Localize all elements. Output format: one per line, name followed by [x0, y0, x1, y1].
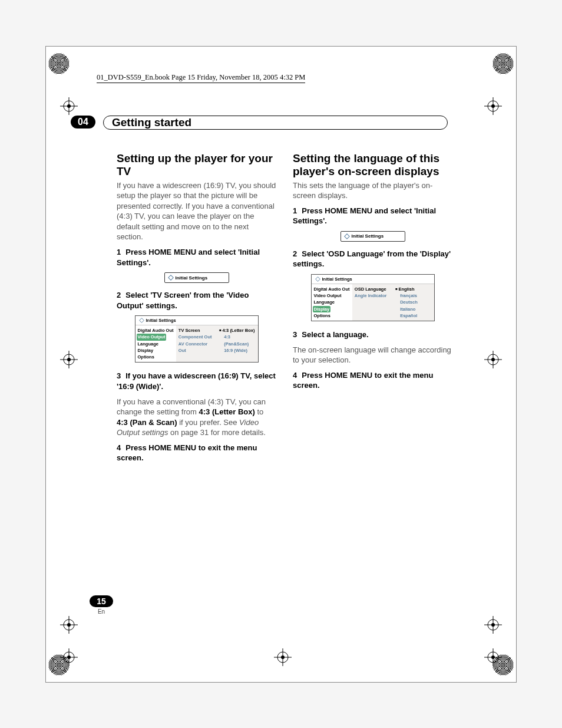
- section-heading: Setting up the player for your TV: [117, 152, 276, 178]
- step-3-para: The on-screen language will change accor…: [293, 345, 452, 365]
- diamond-icon: [344, 233, 350, 239]
- registration-mark-icon: [60, 616, 78, 634]
- registration-mark-icon: [484, 97, 502, 115]
- step-3-para: If you have a conventional (4:3) TV, you…: [117, 397, 276, 438]
- registration-mark-icon: [484, 648, 502, 666]
- chapter-number-badge: 04: [71, 116, 95, 129]
- svg-rect-2: [344, 234, 349, 239]
- svg-rect-3: [315, 277, 320, 282]
- svg-point-23: [67, 623, 71, 627]
- registration-mark-icon: [274, 648, 292, 666]
- osd-col-items: OSD LanguageAngle Indicator: [352, 284, 393, 321]
- osd-col-categories: Digital Audio OutVideo OutputLanguageDis…: [135, 325, 176, 362]
- osd-menu-video-output: Initial Settings Digital Audio OutVideo …: [135, 315, 259, 363]
- step-4: 4Press HOME MENU to exit the menu screen…: [293, 370, 452, 391]
- osd-col-items: TV ScreenComponent OutAV Connector Out: [176, 325, 217, 362]
- right-column: Setting the language of this player's on…: [293, 152, 452, 468]
- step-2: 2Select 'OSD Language' from the 'Display…: [293, 249, 452, 269]
- step-4: 4Press HOME MENU to exit the menu screen…: [117, 443, 276, 463]
- left-column: Setting up the player for your TV If you…: [117, 152, 276, 468]
- svg-rect-1: [139, 318, 144, 323]
- registration-mark-icon: [60, 97, 78, 115]
- osd-col-categories: Digital Audio OutVideo OutputLanguageDis…: [312, 284, 352, 321]
- print-mark-icon: [48, 53, 70, 74]
- svg-point-39: [491, 655, 495, 659]
- print-mark-icon: [492, 53, 514, 74]
- osd-menu-osd-language: Initial Settings Digital Audio OutVideo …: [311, 274, 435, 321]
- svg-point-31: [281, 655, 285, 659]
- step-3: 3Select a language.: [293, 330, 452, 340]
- registration-mark-icon: [60, 351, 78, 368]
- registration-mark-icon: [484, 616, 502, 634]
- svg-point-7: [67, 104, 71, 108]
- osd-col-values: EnglishfrançaisDeutschItalianoEspañol: [393, 284, 434, 321]
- svg-point-27: [491, 623, 495, 627]
- svg-point-35: [67, 655, 71, 659]
- section-intro: If you have a widescreen (16:9) TV, you …: [117, 180, 276, 242]
- svg-point-15: [67, 358, 71, 361]
- page-number-badge: 15: [90, 595, 113, 607]
- svg-point-19: [491, 358, 495, 361]
- registration-mark-icon: [60, 648, 78, 666]
- step-1: 1Press HOME MENU and select 'Initial Set…: [293, 206, 452, 226]
- book-header-line: 01_DVD-S559_En.book Page 15 Friday, Nove…: [97, 73, 305, 83]
- step-1: 1Press HOME MENU and select 'Initial Set…: [117, 247, 276, 268]
- section-intro: This sets the language of the player's o…: [293, 180, 452, 201]
- svg-point-11: [491, 104, 495, 108]
- step-3: 3If you have a widescreen (16:9) TV, sel…: [117, 371, 276, 391]
- page-footer: 15 En: [90, 595, 113, 615]
- osd-initial-settings-chip: Initial Settings: [340, 231, 405, 242]
- section-heading: Setting the language of this player's on…: [293, 152, 452, 178]
- chapter-title: Getting started: [103, 116, 448, 130]
- registration-mark-icon: [484, 351, 502, 368]
- osd-initial-settings-chip: Initial Settings: [164, 272, 229, 283]
- diamond-icon: [168, 275, 174, 281]
- step-2: 2Select 'TV Screen' from the 'Video Outp…: [117, 290, 276, 311]
- svg-rect-0: [168, 275, 173, 280]
- osd-col-values: 4:3 (Letter Box)4:3 (Pan&Scan)16:9 (Wide…: [217, 325, 257, 362]
- page-language-label: En: [90, 608, 113, 615]
- chapter-header: 04 Getting started: [71, 116, 448, 131]
